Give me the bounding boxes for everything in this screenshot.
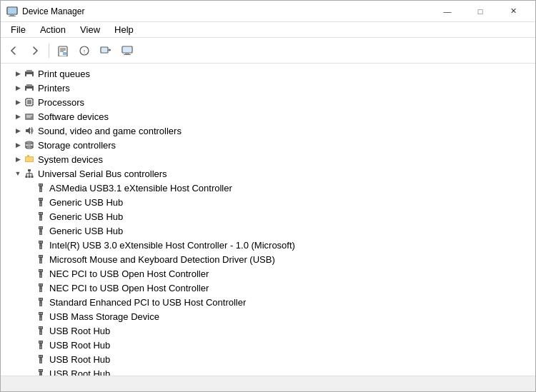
svg-rect-90: [39, 270, 41, 271]
print-queues-icon: [24, 68, 35, 79]
list-item[interactable]: ▶ USB Mass Storage Device: [1, 309, 535, 323]
list-item[interactable]: ▶ Generic USB Hub: [1, 223, 535, 238]
list-item[interactable]: ▶ NEC PCI to USB Open Host Controller: [1, 266, 535, 281]
svg-rect-74: [39, 226, 43, 229]
svg-rect-78: [40, 232, 41, 234]
list-item[interactable]: ▶ ASMedia USB3.1 eXtensible Host Control…: [1, 181, 535, 195]
back-button[interactable]: [4, 41, 24, 61]
expand-icon[interactable]: ▼: [12, 168, 24, 179]
svg-rect-79: [39, 241, 43, 243]
svg-rect-20: [26, 70, 32, 72]
list-item[interactable]: ▶ Generic USB Hub: [1, 209, 535, 223]
expand-icon[interactable]: ▶: [12, 68, 24, 79]
asmedia-label: ASMedia USB3.1 eXtensible Host Controlle…: [49, 183, 232, 194]
list-item[interactable]: ▶ USB Root Hub: [1, 323, 535, 338]
list-item[interactable]: ▶ Intel(R) USB 3.0 eXtensible Host Contr…: [1, 238, 535, 252]
list-item[interactable]: ▶ Print queues: [1, 66, 535, 81]
generic-hub-3-label: Generic USB Hub: [49, 226, 123, 236]
list-item[interactable]: ▶ USB Root Hub: [1, 366, 535, 376]
svg-rect-115: [39, 341, 41, 343]
toolbar: ↑: [1, 38, 535, 64]
properties-button[interactable]: [53, 41, 73, 61]
usb-device-icon: [35, 353, 46, 365]
menu-file[interactable]: File: [4, 23, 33, 36]
usb-device-icon: [35, 282, 46, 293]
toolbar-separator-1: [49, 44, 49, 58]
svg-rect-61: [41, 184, 43, 186]
menu-action[interactable]: Action: [33, 23, 73, 36]
usb-controllers-icon: [24, 168, 35, 179]
svg-rect-17: [125, 53, 129, 54]
svg-rect-81: [41, 241, 43, 243]
svg-rect-58: [31, 176, 34, 178]
list-item[interactable]: ▶ Standard Enhanced PCI to USB Host Cont…: [1, 295, 535, 309]
usb-device-icon: [35, 325, 46, 336]
minimize-button[interactable]: —: [431, 1, 464, 22]
svg-rect-71: [41, 213, 43, 214]
svg-rect-110: [39, 327, 41, 328]
window-title: Device Manager: [22, 6, 431, 16]
list-item[interactable]: ▶ Printers: [1, 81, 535, 95]
sound-icon: [24, 125, 35, 136]
forward-button[interactable]: [25, 41, 45, 61]
usb-root-hub-1-label: USB Root Hub: [49, 326, 110, 336]
status-bar: [1, 376, 535, 391]
svg-rect-98: [40, 289, 41, 291]
svg-rect-21: [26, 74, 32, 76]
list-item[interactable]: ▶ USB Root Hub: [1, 338, 535, 352]
usb-device-icon: [35, 196, 46, 208]
svg-rect-85: [39, 256, 41, 257]
list-item[interactable]: ▶ Storage controllers: [1, 138, 535, 152]
maximize-button[interactable]: □: [464, 1, 497, 22]
expand-icon[interactable]: ▶: [12, 139, 24, 151]
usb-root-hub-2-label: USB Root Hub: [49, 340, 110, 351]
svg-rect-64: [39, 198, 43, 201]
expand-icon[interactable]: ▶: [12, 82, 24, 94]
sound-label: Sound, video and game controllers: [38, 126, 182, 136]
scan-hardware-button[interactable]: [96, 41, 116, 61]
svg-rect-103: [40, 303, 41, 306]
list-item[interactable]: ▶ System devices: [1, 152, 535, 166]
menu-view[interactable]: View: [73, 23, 107, 36]
svg-rect-1: [10, 14, 14, 16]
expand-icon[interactable]: ▶: [12, 96, 24, 108]
list-item[interactable]: ▶ Microsoft Mouse and Keyboard Detection…: [1, 252, 535, 266]
svg-rect-12: [101, 48, 107, 52]
device-manager-window: Device Manager — □ ✕ File Action View He…: [0, 0, 536, 392]
svg-rect-104: [39, 312, 43, 315]
expand-icon[interactable]: ▶: [12, 111, 24, 122]
svg-rect-126: [41, 370, 43, 371]
svg-rect-114: [39, 341, 43, 343]
svg-rect-99: [39, 298, 43, 301]
svg-rect-66: [41, 198, 43, 200]
svg-rect-26: [27, 100, 31, 104]
list-item[interactable]: ▶ USB Root Hub: [1, 352, 535, 366]
list-item[interactable]: ▶ NEC PCI to USB Open Host Controller: [1, 281, 535, 295]
svg-rect-8: [63, 52, 66, 55]
usb-device-icon: [35, 368, 46, 376]
update-driver-button[interactable]: ↑: [74, 41, 94, 61]
menu-help[interactable]: Help: [107, 23, 141, 36]
storage-label: Storage controllers: [38, 140, 116, 151]
list-item[interactable]: ▶ Sound, video and game controllers: [1, 124, 535, 138]
svg-rect-108: [40, 318, 41, 320]
list-item[interactable]: ▶ Generic USB Hub: [1, 195, 535, 209]
list-item[interactable]: ▼ Universal Serial Bus controllers: [1, 166, 535, 181]
list-item[interactable]: ▶: [1, 95, 535, 109]
generic-hub-2-label: Generic USB Hub: [49, 211, 123, 222]
intel-usb-label: Intel(R) USB 3.0 eXtensible Host Control…: [49, 240, 295, 251]
usb-device-icon: [35, 211, 46, 222]
usb-root-hub-3-label: USB Root Hub: [49, 354, 110, 365]
svg-rect-91: [41, 270, 43, 271]
svg-rect-123: [40, 361, 41, 363]
device-manager-icon-button[interactable]: [117, 41, 137, 61]
nec-2-label: NEC PCI to USB Open Host Controller: [49, 283, 209, 293]
expand-icon[interactable]: ▶: [12, 154, 24, 165]
close-button[interactable]: ✕: [497, 1, 530, 22]
expand-icon[interactable]: ▶: [12, 125, 24, 136]
svg-rect-105: [39, 313, 41, 314]
list-item[interactable]: ▶ Software devices: [1, 109, 535, 124]
system-devices-label: System devices: [38, 154, 103, 165]
device-tree[interactable]: ▶ Print queues ▶: [1, 64, 535, 376]
svg-rect-57: [29, 176, 31, 178]
